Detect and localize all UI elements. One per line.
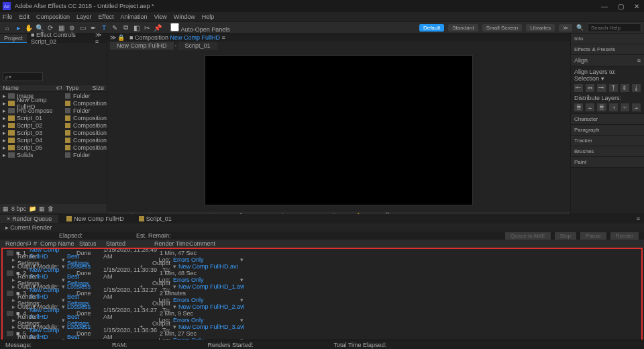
composition-viewer[interactable] <box>205 55 473 205</box>
menu-file[interactable]: File <box>3 13 13 20</box>
menu-layer[interactable]: Layer <box>76 13 92 20</box>
new-comp-icon[interactable]: ▦ <box>39 205 45 212</box>
dist-vcenter-icon[interactable]: ⫠ <box>586 103 594 111</box>
auto-open-checkbox[interactable] <box>170 23 179 32</box>
search-help-input[interactable] <box>588 23 641 32</box>
brush-tool[interactable]: ✎ <box>110 23 119 32</box>
align-to-dropdown[interactable]: Selection <box>574 75 599 82</box>
project-tab[interactable]: Project <box>0 34 27 43</box>
col-num: # <box>34 240 40 247</box>
timeline-tab-2[interactable]: Script_01 <box>132 215 178 223</box>
align-to-label: Align Layers to: <box>574 68 616 75</box>
project-item[interactable]: ▸Script_05Composition <box>0 144 107 151</box>
delete-icon[interactable]: 🗑 <box>48 205 54 212</box>
dist-top-icon[interactable]: ≣ <box>574 103 583 111</box>
render-queue-tab[interactable]: × Render Queue <box>0 215 58 223</box>
col-size[interactable]: Size <box>92 85 104 91</box>
current-render-label: Current Render <box>10 224 52 231</box>
timeline-tab-1[interactable]: New Comp FullHD <box>60 215 131 223</box>
col-comment: Comment <box>189 240 639 247</box>
paint-panel[interactable]: Paint <box>571 157 644 168</box>
menu-view[interactable]: View <box>154 13 166 20</box>
close-button[interactable]: ✕ <box>632 3 641 10</box>
queue-ame-button[interactable]: Queue in AME <box>505 232 551 240</box>
col-compname: Comp Name <box>40 240 79 247</box>
workspace-small[interactable]: Small Screen <box>482 24 523 32</box>
align-right-icon[interactable]: ⭲ <box>597 84 606 92</box>
align-bottom-icon[interactable]: ⭳ <box>632 84 641 92</box>
menu-composition[interactable]: Composition <box>36 13 70 20</box>
menu-edit[interactable]: Edit <box>19 13 30 20</box>
workspace-libraries[interactable]: Libraries <box>526 24 555 32</box>
stop-button[interactable]: Stop <box>555 232 576 240</box>
curr-render-toggle[interactable]: ▸ <box>5 224 9 231</box>
roto-tool[interactable]: ✂ <box>142 23 152 32</box>
home-tool[interactable]: ⌂ <box>3 23 12 32</box>
project-item[interactable]: ▸Script_04Composition <box>0 136 107 144</box>
align-panel-header[interactable]: Align≡ <box>571 55 644 66</box>
menu-window[interactable]: Window <box>174 13 195 20</box>
dist-right-icon[interactable]: ⫠ <box>632 103 641 111</box>
align-vcenter-icon[interactable]: ⇕ <box>621 84 629 92</box>
menu-effect[interactable]: Effect <box>99 13 114 20</box>
effects-presets-panel[interactable]: Effects & Presets <box>571 44 644 55</box>
search-icon: 🔍 <box>576 24 584 31</box>
workspace-more[interactable]: ≫ <box>559 24 572 32</box>
remain-label: Est. Remain: <box>136 232 171 239</box>
elapsed-label: Elapsed: <box>59 232 83 239</box>
minimize-button[interactable]: — <box>600 3 609 10</box>
menu-animation[interactable]: Animation <box>120 13 147 20</box>
window-title: Adobe After Effects CC 2018 - Untitled P… <box>15 3 154 9</box>
brushes-panel[interactable]: Brushes <box>571 146 644 157</box>
info-panel[interactable]: Info <box>571 34 644 44</box>
character-panel[interactable]: Character <box>571 114 644 125</box>
col-rendertime: Render Time <box>154 240 189 247</box>
project-item[interactable]: ▸Script_01Composition <box>0 114 107 121</box>
project-item[interactable]: ▸New Comp FullHDComposition <box>0 99 107 107</box>
tracker-panel[interactable]: Tracker <box>571 136 644 146</box>
dist-left-icon[interactable]: ⫞ <box>609 103 618 111</box>
subtab-script[interactable]: Script_01 <box>178 42 217 50</box>
render-queue-item[interactable]: ■1New Comp FullHDDone1/15/2020, 11:28:49… <box>3 250 641 270</box>
col-started: Started <box>106 240 154 247</box>
dist-bottom-icon[interactable]: ≣ <box>597 103 606 111</box>
subtab-comp[interactable]: New Comp FullHD <box>110 42 174 50</box>
pause-button[interactable]: Pause <box>580 232 606 240</box>
render-queue-item[interactable]: ■2New Comp FullHDDone1/15/2020, 11:30:39… <box>3 270 641 290</box>
bpc-toggle[interactable]: 8 bpc <box>11 205 26 212</box>
workspace-standard[interactable]: Standard <box>448 24 478 32</box>
dist-hcenter-icon[interactable]: ⫟ <box>621 103 629 111</box>
eraser-tool[interactable]: ◧ <box>131 23 141 32</box>
selection-tool[interactable]: ▸ <box>13 23 23 32</box>
render-queue-item[interactable]: ■3New Comp FullHDDone1/15/2020, 11:32:27… <box>3 290 641 310</box>
interpret-icon[interactable]: ▦ <box>3 205 9 212</box>
align-top-icon[interactable]: ⭱ <box>609 84 618 92</box>
project-item[interactable]: ▸SolidsFolder <box>0 151 107 158</box>
stamp-tool[interactable]: ⧉ <box>121 23 130 32</box>
col-type[interactable]: Type <box>66 85 93 91</box>
align-left-icon[interactable]: ⭰ <box>574 84 583 92</box>
status-ram: RAM: <box>112 342 127 348</box>
panel-chevron-icon[interactable]: ≫ <box>110 34 116 41</box>
paragraph-panel[interactable]: Paragraph <box>571 125 644 136</box>
status-message: Message: <box>5 342 32 348</box>
menu-help[interactable]: Help <box>202 13 215 20</box>
new-folder-icon[interactable]: 📁 <box>29 205 36 212</box>
project-item[interactable]: ▸Script_03Composition <box>0 129 107 136</box>
status-total-time: Total Time Elapsed: <box>334 342 387 348</box>
workspace-default[interactable]: Default <box>419 24 444 32</box>
maximize-button[interactable]: ▢ <box>616 3 625 10</box>
project-item[interactable]: ▸Script_02Composition <box>0 121 107 129</box>
col-status: Status <box>79 240 106 247</box>
col-name[interactable]: Name <box>3 85 56 91</box>
panel-menu-icon[interactable]: ≡ <box>633 215 644 222</box>
render-queue-item[interactable]: ■4New Comp FullHDDone1/15/2020, 11:34:27… <box>3 310 641 330</box>
align-hcenter-icon[interactable]: ⇔ <box>586 84 594 92</box>
puppet-tool[interactable]: 📌 <box>153 23 162 32</box>
project-item[interactable]: ▸Pre-composeFolder <box>0 107 107 114</box>
render-button[interactable]: Render <box>610 232 639 240</box>
lock-icon[interactable]: 🔒 <box>117 34 124 41</box>
project-search-input[interactable] <box>3 72 43 81</box>
composition-tab[interactable]: ■ Composition New Comp FullHD ≡ <box>125 34 229 42</box>
text-tool[interactable]: T <box>99 23 109 32</box>
